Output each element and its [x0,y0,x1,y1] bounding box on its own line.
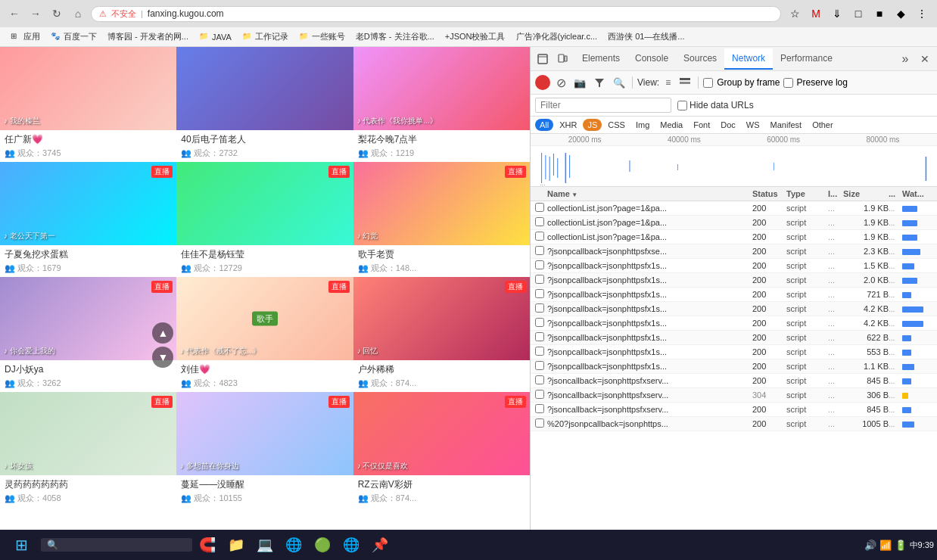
filter-button[interactable] [591,74,608,91]
extension3-button[interactable]: ◆ [892,5,910,23]
status-column-header[interactable]: Status [752,189,786,198]
taskbar-item-explorer[interactable]: 📁 [223,531,250,558]
taskbar-item-browser1[interactable]: 🌐 [280,531,307,558]
video-card-11[interactable]: 直播 ♪ 多想苗在你身边 蔓延——没睡醒 👥 观众：10155 [176,392,353,507]
row-select-checkbox-10[interactable] [535,347,544,356]
screenshot-button[interactable]: 📷 [571,74,588,91]
bookmark-json[interactable]: +JSON校验工具 [440,30,510,44]
table-row[interactable]: ?jsoncallback=jsonphttpsfxserv... 200 sc… [531,403,937,417]
bookmark-adblock[interactable]: 广告净化器(yiclear.c... [512,30,602,44]
table-row[interactable]: %20?jsonpcallback=jsonphttps... 200 scri… [531,417,937,431]
filter-input[interactable] [535,98,671,113]
row-select-checkbox-15[interactable] [535,418,544,428]
taskbar-item-app1[interactable]: 🟢 [309,531,336,558]
video-card-7[interactable]: 直播 ♪ 你会爱上我的 DJ小妖ya 👥 观众：3262 ▲ ▼ [0,277,176,392]
video-card-12[interactable]: 直播 ♪ 不仅仅是喜欢 RZ云南V彩妍 👥 观众：874... [353,392,530,507]
bookmark-apps[interactable]: ⊞ 应用 [6,30,45,44]
record-button[interactable] [535,75,550,90]
taskbar-search[interactable]: 🔍 [41,538,192,552]
bookmark-cnblogs[interactable]: 博客园 - 开发者的网... [103,30,193,44]
type-column-header[interactable]: Type [786,189,828,198]
large-row-button[interactable] [677,76,693,89]
taskbar-item-pin[interactable]: 📌 [366,531,394,558]
group-by-frame-label[interactable]: Group by frame [703,77,780,88]
scroll-down-button[interactable]: ▼ [152,347,173,368]
start-button[interactable]: ⊞ [3,531,39,558]
row-select-checkbox-8[interactable] [535,318,544,327]
video-card-6[interactable]: 直播 ♪ 幻觉 歌手老贾 👥 观众：148... [353,162,530,277]
table-row[interactable]: ?jsonpcallback=jsonphttpsfx1s... 200 scr… [531,273,937,288]
download-icon-button[interactable]: ⇓ [828,5,846,23]
row-select-checkbox-13[interactable] [535,390,544,399]
type-filter-js[interactable]: JS [583,119,602,131]
video-card-5[interactable]: 直播 佳佳不是杨钰莹 👥 观众：12729 [176,162,353,277]
row-select-checkbox-11[interactable] [535,361,544,370]
bookmark-java[interactable]: 📁 JAVA [195,30,236,44]
table-row[interactable]: collectionList.json?page=1&pa... 200 scr… [531,201,937,216]
type-filter-xhr[interactable]: XHR [555,119,581,131]
preserve-log-label[interactable]: Preserve log [783,77,848,88]
table-row[interactable]: ?jsonpcallback=jsonphttpsfx1s... 200 scr… [531,345,937,359]
video-card-4[interactable]: 直播 ♪ 老公天下第一 子夏兔挖求蛋糕 👥 观众：1679 [0,162,176,277]
extension2-button[interactable]: ■ [870,5,889,23]
table-row[interactable]: collectionList.json?page=1&pa... 200 scr… [531,230,937,244]
bookmark-baidu[interactable]: 🐾 百度一下 [46,30,101,44]
list-view-button[interactable]: ≡ [662,76,674,89]
tab-console[interactable]: Console [627,48,676,70]
taskbar-item-terminal[interactable]: 💻 [251,531,279,558]
row-select-checkbox-9[interactable] [535,332,544,341]
close-devtools-button[interactable]: ✕ [916,50,934,68]
table-row[interactable]: ?jsoncallback=jsonphttpsfxserv... 200 sc… [531,374,937,388]
table-row[interactable]: ?jsonpcallback=jsonphttpsfx1s... 200 scr… [531,259,937,273]
back-button[interactable]: ← [6,5,23,22]
row-select-checkbox-6[interactable] [535,289,544,298]
table-row[interactable]: collectionList.json?page=1&pa... 200 scr… [531,216,937,230]
taskbar-item-browser2[interactable]: 🌐 [338,531,365,558]
row-select-checkbox-12[interactable] [535,375,544,384]
initiator-column-header[interactable]: I... [828,189,843,198]
bookmark-accounts[interactable]: 📁 一些账号 [294,30,350,44]
more-tabs-button[interactable]: » [896,50,914,68]
table-row[interactable]: ?jsonpcallback=jsonphttpsfx1s... 200 scr… [531,331,937,345]
type-filter-doc[interactable]: Doc [716,119,740,131]
row-select-checkbox-5[interactable] [535,275,544,284]
video-card-2[interactable]: 40后电子笛老人 👥 观众：2732 [176,47,353,162]
video-card-9[interactable]: 直播 ♪ 回忆 户外稀稀 👥 观众：874... [353,277,530,392]
network-table[interactable]: Name Status Type I... Size ... Wat... co… [531,187,937,530]
table-row[interactable]: ?jsonpcallback=jsonphttpsfx1s... 200 scr… [531,316,937,331]
tab-performance[interactable]: Performance [773,48,840,70]
refresh-button[interactable]: ↻ [48,5,65,22]
home-button[interactable]: ⌂ [70,5,86,22]
bookmark-star-button[interactable]: ☆ [786,5,804,23]
taskbar-item-taobao[interactable]: 🧲 [194,531,221,558]
scroll-up-button[interactable]: ▲ [152,322,173,344]
bookmark-oldblog[interactable]: 老D博客 - 关注谷歌... [351,30,439,44]
row-select-checkbox-4[interactable] [535,260,544,269]
size-column-header[interactable]: Size [843,189,889,198]
table-row[interactable]: ?jsonpcallback=jsonphttpsfx1s... 200 scr… [531,359,937,374]
video-card-3[interactable]: ♪ 代表作《我你挑单...》 梨花今晚7点半 👥 观众：1219 [353,47,530,162]
tab-elements[interactable]: Elements [574,48,627,70]
clear-button[interactable]: ⊘ [553,75,568,90]
video-card-1[interactable]: ♪ 我的榛兰 任广新💗 👥 观众：3745 [0,47,176,162]
hide-data-urls-label[interactable]: Hide data URLs [677,100,754,110]
table-row[interactable]: ?jsonpcallback=jsonphttpsfx1s... 200 scr… [531,302,937,316]
type-filter-manifest[interactable]: Manifest [766,119,807,131]
type-filter-all[interactable]: All [535,119,553,131]
waterfall-column-header[interactable]: Wat... [902,189,932,198]
type-filter-img[interactable]: Img [631,119,654,131]
mail-icon-button[interactable]: M [807,5,825,23]
row-select-checkbox-1[interactable] [535,217,544,226]
row-select-checkbox-3[interactable] [535,246,544,255]
name-column-header[interactable]: Name [547,189,752,198]
bookmark-xiyou[interactable]: 西游侠 01—在线播... [603,30,689,44]
row-select-checkbox-0[interactable] [535,203,544,212]
type-filter-other[interactable]: Other [808,119,838,131]
table-row[interactable]: ?jsonpcallback=jsonphttpsfxse... 200 scr… [531,244,937,259]
type-filter-ws[interactable]: WS [742,119,764,131]
video-card-10[interactable]: 直播 ♪ 坏女孩 灵药药药药药药 👥 观众：4058 [0,392,176,507]
inspect-element-button[interactable] [534,50,552,68]
row-select-checkbox-14[interactable] [535,404,544,413]
table-row[interactable]: ?jsonpcallback=jsonphttpsfx1s... 200 scr… [531,288,937,302]
row-select-checkbox-7[interactable] [535,303,544,313]
